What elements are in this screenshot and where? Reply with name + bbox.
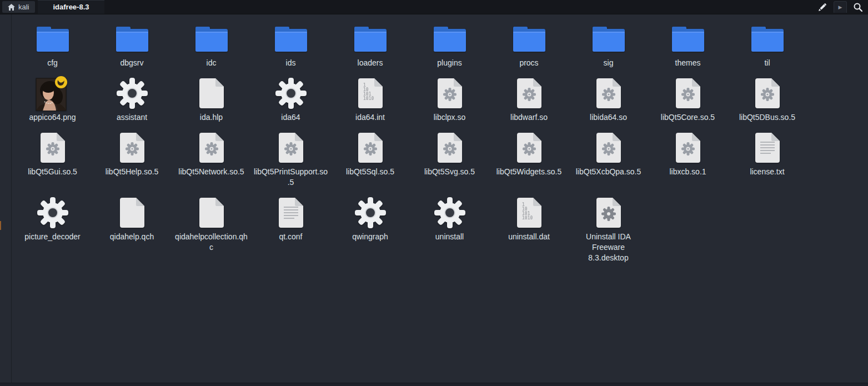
home-location-button[interactable]: kali [2, 1, 35, 13]
folder-item[interactable]: ids [251, 21, 330, 68]
icon-grid-row: picture_decoder qidahelp.qch qidahelpcol… [13, 195, 807, 263]
item-label: appico64.png [29, 112, 76, 123]
file-item[interactable]: libxcb.so.1 [648, 130, 727, 177]
item-label: libQt5Gui.so.5 [28, 167, 77, 177]
folder-icon [275, 26, 307, 52]
item-label: libQt5PrintSupport.so.5 [254, 167, 328, 188]
folder-item[interactable]: loaders [330, 21, 410, 68]
tab-overflow-button[interactable]: ▶ [834, 1, 847, 13]
binary-file-icon: 1 10 101 1010 [358, 78, 383, 108]
file-view[interactable]: cfg dbgsrv idc [0, 14, 868, 386]
shared-library-icon [438, 133, 462, 163]
file-item[interactable]: picture_decoder [13, 195, 92, 242]
shared-library-icon [517, 78, 541, 108]
item-label: picture_decoder [24, 232, 80, 242]
item-label: libQt5DBus.so.5 [739, 112, 795, 123]
desktop-launcher-icon [596, 198, 621, 228]
file-item[interactable]: assistant [92, 76, 172, 123]
current-folder-tab[interactable]: idafree-8.3 [38, 0, 104, 14]
folder-item[interactable]: cfg [13, 21, 92, 68]
item-label: Uninstall IDA Freeware 8.3.desktop [571, 232, 646, 263]
file-item[interactable]: qt.conf [251, 195, 330, 242]
binary-file-icon: 1 10 101 1010 [517, 198, 541, 228]
item-label: ida64 [281, 112, 300, 123]
item-label: ida.hlp [200, 112, 223, 123]
item-label: libclpx.so [434, 112, 466, 123]
shared-library-icon [199, 133, 224, 163]
file-item[interactable]: libQt5PrintSupport.so.5 [251, 130, 330, 188]
svg-text:1010: 1010 [522, 215, 533, 220]
file-item[interactable]: libQt5Widgets.so.5 [489, 130, 569, 177]
item-label: dbgsrv [120, 58, 143, 68]
window-bottom-edge [0, 383, 868, 386]
item-label: libQt5Svg.so.5 [424, 167, 475, 177]
shared-library-icon [596, 133, 621, 163]
home-label: kali [18, 1, 29, 13]
file-item[interactable]: qidahelpcollection.qhc [172, 195, 251, 253]
file-item[interactable]: appico64.png [13, 76, 92, 123]
item-label: libQt5Network.so.5 [178, 167, 244, 177]
search-button[interactable] [851, 1, 865, 13]
folder-item[interactable]: procs [489, 21, 569, 68]
text-file-icon [755, 133, 780, 163]
shared-library-icon [41, 133, 65, 163]
file-item[interactable]: libdwarf.so [489, 76, 569, 123]
folder-icon [195, 26, 228, 52]
file-item[interactable]: qwingraph [330, 195, 410, 242]
folder-item[interactable]: dbgsrv [92, 21, 172, 68]
item-label: uninstall.dat [508, 232, 550, 242]
file-item[interactable]: 1 10 101 1010 uninstall.dat [489, 195, 569, 242]
item-label: libQt5Core.so.5 [661, 112, 715, 123]
shared-library-icon [676, 133, 700, 163]
file-item[interactable]: qidahelp.qch [92, 195, 172, 242]
file-item[interactable]: libQt5Help.so.5 [92, 130, 172, 177]
item-label: qt.conf [279, 232, 302, 242]
folder-item[interactable]: themes [648, 21, 727, 68]
svg-text:1010: 1010 [363, 96, 374, 101]
file-item[interactable]: libQt5Svg.so.5 [410, 130, 489, 177]
search-icon [854, 3, 862, 12]
document-icon [199, 78, 224, 108]
item-label: libQt5Help.so.5 [106, 167, 159, 177]
file-item[interactable]: uninstall [410, 195, 489, 242]
item-label: libxcb.so.1 [669, 167, 706, 177]
file-item[interactable]: license.txt [727, 130, 807, 177]
item-label: til [764, 58, 770, 68]
home-icon [8, 4, 15, 11]
folder-icon [751, 26, 784, 52]
file-item[interactable]: Uninstall IDA Freeware 8.3.desktop [569, 195, 648, 263]
file-item[interactable]: libQt5XcbQpa.so.5 [569, 130, 648, 177]
item-label: assistant [117, 112, 147, 123]
file-item[interactable]: ida64 [251, 76, 330, 123]
executable-gear-icon [37, 197, 69, 229]
folder-icon [37, 26, 69, 52]
item-label: libQt5XcbQpa.so.5 [576, 167, 641, 177]
item-label: libQt5Widgets.so.5 [496, 167, 562, 177]
icon-grid-row: libQt5Gui.so.5 libQt5Help.so.5 [13, 130, 807, 188]
folder-item[interactable]: sig [569, 21, 648, 68]
file-item[interactable]: libclpx.so [410, 76, 489, 123]
file-item[interactable]: 1 10 101 1010 ida64.int [330, 76, 410, 123]
edit-location-button[interactable] [816, 1, 829, 13]
item-label: libida64.so [590, 112, 627, 123]
folder-icon [672, 26, 704, 52]
folder-item[interactable]: idc [172, 21, 251, 68]
item-label: cfg [47, 58, 58, 68]
executable-gear-icon [434, 197, 466, 229]
document-icon [120, 198, 144, 228]
item-label: libQt5Sql.so.5 [346, 167, 394, 177]
file-item[interactable]: libQt5Core.so.5 [648, 76, 727, 123]
file-item[interactable]: libQt5Network.so.5 [172, 130, 251, 177]
text-file-icon [279, 198, 303, 228]
image-thumbnail-icon [35, 76, 71, 111]
file-item[interactable]: libQt5Sql.so.5 [330, 130, 410, 177]
item-label: qidahelp.qch [110, 232, 154, 242]
folder-item[interactable]: plugins [410, 21, 489, 68]
shared-library-icon [358, 133, 383, 163]
file-item[interactable]: ida.hlp [172, 76, 251, 123]
folder-item[interactable]: til [727, 21, 807, 68]
executable-gear-icon [275, 77, 307, 109]
file-item[interactable]: libQt5DBus.so.5 [727, 76, 807, 123]
file-item[interactable]: libida64.so [569, 76, 648, 123]
file-item[interactable]: libQt5Gui.so.5 [13, 130, 92, 177]
